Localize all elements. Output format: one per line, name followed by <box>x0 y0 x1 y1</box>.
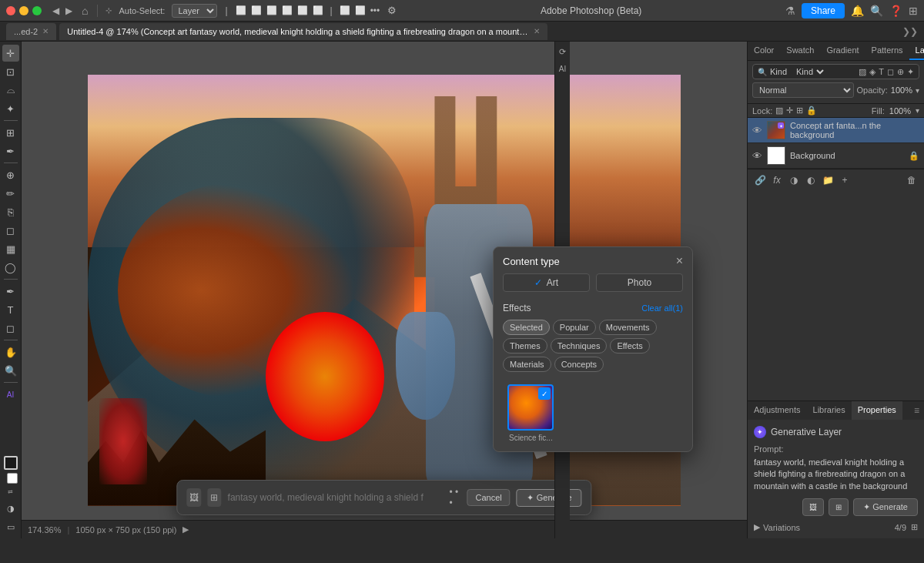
layer-2-visibility[interactable]: 👁 <box>752 150 762 162</box>
kind-select[interactable]: Kind <box>793 66 826 77</box>
gen-bar-image-icon[interactable]: 🖼 <box>186 488 201 507</box>
filter-tag-popular[interactable]: Popular <box>553 320 596 335</box>
adjust-icon[interactable]: ◈ <box>869 67 875 77</box>
opacity-arrow[interactable]: ▾ <box>916 86 919 95</box>
tab-2[interactable]: Untitled-4 @ 174% (Concept art fantasy w… <box>59 23 547 40</box>
pixel-icon[interactable]: ▨ <box>859 67 866 77</box>
minimize-button[interactable] <box>19 6 28 15</box>
adjustment-icon[interactable]: ◐ <box>803 173 819 188</box>
mask-icon[interactable]: ◑ <box>786 173 802 188</box>
ref-image-btn[interactable]: 🖼 <box>802 498 824 516</box>
grid-icon[interactable]: ⊞ <box>909 5 918 17</box>
group-icon[interactable]: 📁 <box>820 173 835 188</box>
tab-color[interactable]: Color <box>748 42 780 60</box>
tab-2-close[interactable]: ✕ <box>534 27 540 35</box>
tab-adjustments[interactable]: Adjustments <box>748 401 807 420</box>
home-icon[interactable]: ⌂ <box>82 5 88 17</box>
gen-bar-grid-icon[interactable]: ⊞ <box>207 488 222 507</box>
filter-tag-themes[interactable]: Themes <box>503 338 547 354</box>
filter-tag-concepts[interactable]: Concepts <box>554 357 604 372</box>
variations-grid-icon[interactable]: ⊞ <box>911 522 918 532</box>
filter-tag-techniques[interactable]: Techniques <box>551 338 608 354</box>
pen-tool[interactable]: ✒ <box>2 283 19 300</box>
filter-tag-selected[interactable]: Selected <box>503 320 550 335</box>
move-tool[interactable]: ✛ <box>2 45 19 62</box>
hand-tool[interactable]: ✋ <box>2 343 19 360</box>
zoom-tool[interactable]: 🔍 <box>2 362 19 379</box>
effect-science-fic[interactable]: ✓ Science fic... <box>503 384 559 442</box>
tab-1[interactable]: ...ed-2 ✕ <box>6 23 56 40</box>
filter-tag-movements[interactable]: Movements <box>599 320 657 335</box>
help-icon[interactable]: ❓ <box>889 5 902 17</box>
tab-more[interactable]: ❯❯ <box>902 26 918 37</box>
tab-patterns[interactable]: Patterns <box>865 42 909 60</box>
tab-swatch[interactable]: Swatch <box>780 42 820 60</box>
tab-properties[interactable]: Properties <box>852 401 902 420</box>
blend-mode-select[interactable]: Normal <box>752 82 854 98</box>
foreground-color[interactable] <box>4 456 18 470</box>
nav-forward-icon[interactable]: ▶ <box>65 5 72 16</box>
history-icon[interactable]: ⟳ <box>556 45 570 59</box>
text-tool[interactable]: T <box>2 301 19 318</box>
bell-icon[interactable]: 🔔 <box>851 5 864 17</box>
lock-all-icon[interactable]: 🔒 <box>806 106 817 116</box>
search-icon[interactable]: 🔍 <box>870 5 883 17</box>
align-middle-icon[interactable]: ⬜ <box>297 5 308 15</box>
close-button[interactable] <box>6 6 15 15</box>
lasso-tool[interactable]: ⌓ <box>2 82 19 99</box>
dialog-close[interactable]: × <box>676 255 683 267</box>
layer-1-visibility[interactable]: 👁 <box>752 125 762 136</box>
mask-tool[interactable]: ◑ <box>2 500 19 517</box>
shape-icon[interactable]: ◻ <box>887 67 894 77</box>
add-layer-icon[interactable]: + <box>837 173 852 188</box>
crop-tool[interactable]: ⊞ <box>2 124 19 141</box>
shape-tool[interactable]: ◻ <box>2 320 19 337</box>
maximize-button[interactable] <box>32 6 42 15</box>
align-center-icon[interactable]: ⬜ <box>251 5 262 15</box>
background-color[interactable] <box>7 473 18 484</box>
filter-tag-effects[interactable]: Effects <box>610 338 649 354</box>
gradient-tool[interactable]: ▦ <box>2 240 19 257</box>
distribute-left-icon[interactable]: ⬜ <box>340 5 350 15</box>
tab-layers[interactable]: Layers <box>909 42 924 60</box>
screen-mode[interactable]: ▭ <box>2 518 19 535</box>
more-icon[interactable]: ••• <box>370 5 380 16</box>
gen-bar-input[interactable] <box>228 492 444 503</box>
type-art-btn[interactable]: ✓ Art <box>503 273 590 292</box>
tab-libraries[interactable]: Libraries <box>807 401 852 420</box>
healing-tool[interactable]: ⊕ <box>2 166 19 183</box>
fill-arrow[interactable]: ▾ <box>916 106 919 115</box>
brush-tool[interactable]: ✏ <box>2 185 19 202</box>
status-more[interactable]: ▶ <box>182 524 189 535</box>
content-type-btn[interactable]: ⊞ <box>829 498 849 516</box>
align-top-icon[interactable]: ⬜ <box>282 5 293 15</box>
generate-button[interactable]: ✦ Generate <box>853 498 918 516</box>
clear-all-btn[interactable]: Clear all(1) <box>641 303 683 313</box>
align-left-icon[interactable]: ⬜ <box>236 5 246 15</box>
type-photo-btn[interactable]: Photo <box>596 273 683 292</box>
ai-tool[interactable]: AI <box>2 386 19 403</box>
settings-icon[interactable]: ⚙ <box>387 5 397 16</box>
ai-mini-icon[interactable]: AI <box>556 62 570 75</box>
align-right-icon[interactable]: ⬜ <box>266 5 277 15</box>
align-bottom-icon[interactable]: ⬜ <box>313 5 323 15</box>
share-button[interactable]: Share <box>802 3 845 18</box>
layer-item-2[interactable]: 👁 Background 🔒 <box>748 143 924 169</box>
delete-layer-icon[interactable]: 🗑 <box>904 173 919 188</box>
lock-pos-icon[interactable]: ✛ <box>786 106 793 116</box>
eyedropper-tool[interactable]: ✒ <box>2 142 19 159</box>
tab-1-close[interactable]: ✕ <box>42 27 49 35</box>
generate-bar-button[interactable]: ✦ Generate <box>517 489 582 507</box>
wand-tool[interactable]: ✦ <box>2 100 19 117</box>
smart-icon[interactable]: ⊕ <box>897 67 904 77</box>
gen-bar-more[interactable]: • • • <box>450 487 461 508</box>
filter-tag-materials[interactable]: Materials <box>503 357 551 372</box>
select-tool[interactable]: ⊡ <box>2 63 19 80</box>
dodge-tool[interactable]: ◯ <box>2 259 19 276</box>
clone-tool[interactable]: ⎘ <box>2 203 19 220</box>
eraser-tool[interactable]: ◻ <box>2 222 19 239</box>
cancel-button[interactable]: Cancel <box>467 489 511 506</box>
lock-pixel-icon[interactable]: ▨ <box>775 106 783 116</box>
distribute-right-icon[interactable]: ⬜ <box>355 5 366 15</box>
tab-gradient[interactable]: Gradient <box>820 42 865 60</box>
